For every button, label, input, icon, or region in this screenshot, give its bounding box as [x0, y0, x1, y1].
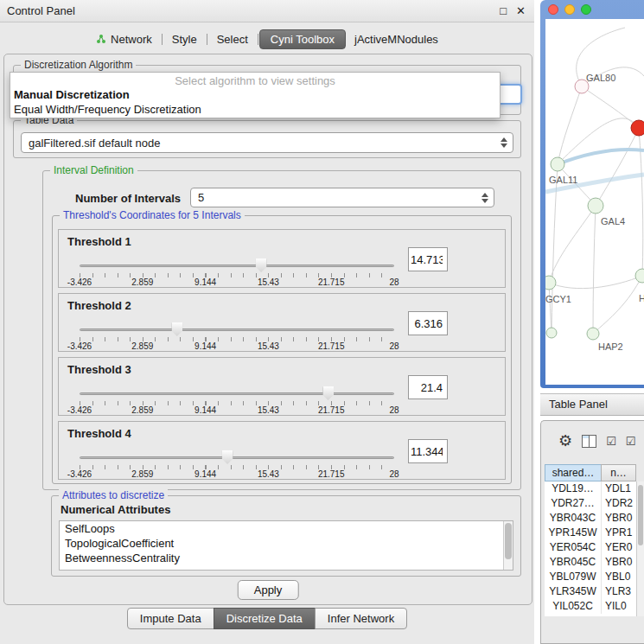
- table-row[interactable]: YPR145WYPR1: [545, 526, 636, 540]
- tab-label: Cyni Toolbox: [271, 33, 335, 46]
- thresholds-group-label: Threshold's Coordinates for 5 Intervals: [60, 209, 245, 221]
- combo-arrows-icon: [501, 137, 507, 148]
- node-label-gal4: GAL4: [601, 216, 625, 226]
- float-window-icon[interactable]: □: [500, 0, 507, 22]
- minimize-window-icon[interactable]: [564, 4, 575, 15]
- network-view-window: GAL80 GAL11 GAL4 GCY1 HAP2 H: [540, 0, 644, 388]
- threshold-2-label: Threshold 2: [67, 299, 131, 312]
- slider-tick-labels: -3.426 2.859 9.144 15.43 21.715 28: [80, 277, 394, 287]
- close-icon[interactable]: ✕: [516, 0, 526, 22]
- table-data-combobox[interactable]: galFiltered.sif default node: [21, 132, 513, 153]
- node-gcy1[interactable]: [545, 276, 556, 290]
- threshold-1-value-field[interactable]: [408, 247, 448, 271]
- table-scrollbar[interactable]: [636, 481, 644, 616]
- tab-cyni-toolbox[interactable]: Cyni Toolbox: [259, 29, 346, 49]
- gear-icon[interactable]: ⚙: [558, 433, 572, 449]
- threshold-3-value-field[interactable]: [408, 375, 448, 399]
- threshold-3-slider[interactable]: [80, 386, 394, 400]
- table-columns-icon[interactable]: [582, 435, 596, 448]
- tab-jactivemnodules[interactable]: jActiveMNodules: [346, 30, 447, 48]
- slider-thumb[interactable]: [322, 386, 334, 400]
- table-header-row: shared… n…: [545, 464, 636, 481]
- tab-network[interactable]: Network: [87, 30, 161, 48]
- node-gal11[interactable]: [551, 157, 564, 171]
- node-highlighted[interactable]: [631, 120, 644, 136]
- zoom-window-icon[interactable]: [581, 4, 591, 15]
- tab-style[interactable]: Style: [163, 30, 206, 48]
- close-window-icon[interactable]: [548, 4, 558, 15]
- algorithm-dropdown-popup: Select algorithm to view settings Manual…: [10, 72, 501, 118]
- network-canvas[interactable]: GAL80 GAL11 GAL4 GCY1 HAP2 H: [545, 19, 644, 385]
- threshold-4-value-field[interactable]: [408, 439, 448, 463]
- scrollbar-thumb[interactable]: [505, 523, 512, 559]
- threshold-3-block: Threshold 3 -3.426 2.859 9.144 15.43 21.…: [58, 357, 506, 416]
- threshold-1-label: Threshold 1: [67, 235, 131, 248]
- threshold-3-label: Threshold 3: [67, 363, 131, 376]
- window-buttons: □ ✕: [500, 0, 526, 22]
- scrollbar-thumb[interactable]: [638, 485, 643, 545]
- table-data-value: galFiltered.sif default node: [29, 137, 160, 150]
- combo-arrows-icon: [481, 193, 488, 203]
- cyni-toolbox-panel: Discretization Algorithm Select algorith…: [3, 54, 532, 605]
- column-header-name[interactable]: n…: [601, 464, 636, 481]
- num-intervals-value: 5: [198, 191, 204, 204]
- tab-separator: [162, 34, 163, 45]
- list-item[interactable]: SelfLoops: [60, 521, 513, 536]
- table-row[interactable]: YBR043CYBR0: [545, 511, 636, 526]
- tab-separator: [207, 34, 207, 45]
- node-label-hap2: HAP2: [598, 341, 623, 352]
- tab-impute-data[interactable]: Impute Data: [127, 608, 214, 629]
- node-gal4[interactable]: [588, 198, 603, 214]
- num-intervals-combobox[interactable]: 5: [190, 188, 494, 207]
- node-partial-right[interactable]: [635, 269, 644, 283]
- slider-thumb[interactable]: [222, 450, 233, 464]
- table-row[interactable]: YBL079WYBL0: [545, 570, 636, 584]
- threshold-4-slider[interactable]: [80, 450, 394, 464]
- threshold-2-slider[interactable]: [80, 322, 394, 336]
- list-item[interactable]: TopologicalCoefficient: [60, 536, 513, 551]
- list-scrollbar[interactable]: [503, 521, 513, 570]
- tab-label: Network: [111, 33, 152, 46]
- dropdown-option-equal-width[interactable]: Equal Width/Frequency Discretization: [10, 102, 500, 117]
- dropdown-placeholder: Select algorithm to view settings: [10, 74, 500, 87]
- slider-track[interactable]: [80, 328, 394, 331]
- table-row[interactable]: YDL19…YDL1: [545, 481, 636, 496]
- slider-tick-labels: -3.426 2.859 9.144 15.43 21.715 28: [80, 405, 394, 415]
- node-label-partial: H: [639, 293, 644, 303]
- tab-discretize-data[interactable]: Discretize Data: [214, 608, 316, 629]
- threshold-1-block: Threshold 1 -3.426 2.859 9.144 15.43 21.…: [58, 229, 506, 288]
- control-panel: Control Panel □ ✕ Network Style Select C…: [0, 0, 534, 644]
- threshold-2-value-field[interactable]: [408, 311, 448, 335]
- apply-button[interactable]: Apply: [238, 580, 299, 600]
- window-traffic-lights: [548, 4, 591, 15]
- node-partial-left[interactable]: [546, 328, 557, 338]
- algorithm-group-label: Discretization Algorithm: [21, 59, 136, 71]
- table-row[interactable]: YLR345WYLR3: [545, 584, 636, 599]
- slider-thumb[interactable]: [256, 258, 267, 272]
- table-row[interactable]: YIL052CYIL0: [545, 599, 636, 614]
- node-label-gal80: GAL80: [586, 73, 615, 83]
- table-row[interactable]: YER054CYER0: [545, 540, 636, 555]
- slider-track[interactable]: [80, 456, 394, 459]
- tab-infer-network[interactable]: Infer Network: [315, 608, 407, 629]
- tab-select[interactable]: Select: [208, 30, 257, 48]
- slider-track[interactable]: [80, 392, 394, 395]
- table-panel-titlebar: Table Panel: [540, 393, 644, 416]
- table-row[interactable]: YDR27…YDR2: [545, 496, 636, 511]
- select-all-checkbox-icon[interactable]: ☑: [606, 436, 616, 447]
- list-item[interactable]: BetweennessCentrality: [60, 551, 513, 565]
- threshold-2-block: Threshold 2 -3.426 2.859 9.144 15.43 21.…: [58, 293, 506, 352]
- tab-label: Style: [172, 33, 197, 46]
- select-none-checkbox-icon[interactable]: ☑: [626, 436, 636, 447]
- column-header-shared-name[interactable]: shared…: [545, 464, 602, 481]
- slider-track[interactable]: [80, 265, 394, 267]
- slider-thumb[interactable]: [171, 322, 182, 336]
- threshold-1-slider[interactable]: [80, 258, 394, 272]
- table-row[interactable]: YBR045CYBR0: [545, 555, 636, 570]
- interval-definition-group: Interval Definition Number of Intervals …: [42, 170, 521, 490]
- top-tab-bar: Network Style Select Cyni Toolbox jActiv…: [0, 27, 534, 51]
- thresholds-group: Threshold's Coordinates for 5 Intervals …: [52, 215, 512, 484]
- dropdown-option-manual[interactable]: Manual Discretization: [10, 87, 500, 102]
- num-intervals-label: Number of Intervals: [75, 192, 181, 205]
- node-hap2[interactable]: [587, 328, 599, 340]
